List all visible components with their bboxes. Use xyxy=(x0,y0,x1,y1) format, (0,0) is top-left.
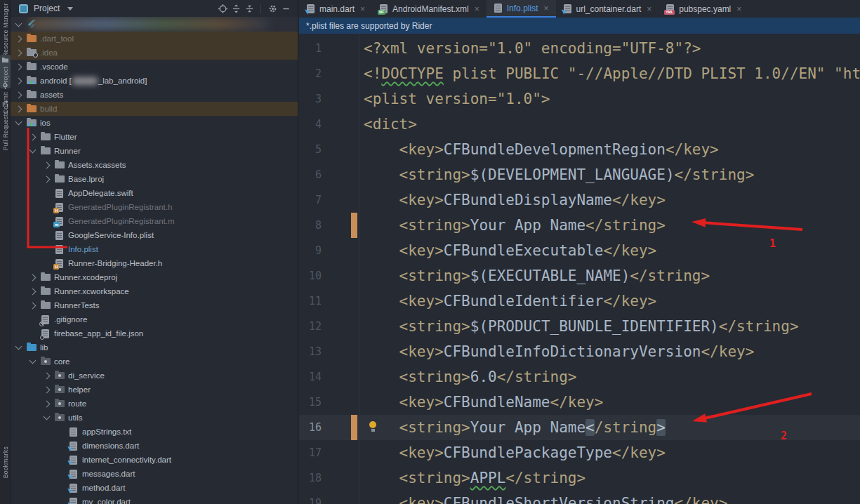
tree-row[interactable]: Runner.xcworkspace xyxy=(11,284,298,298)
tree-row[interactable]: android [_lab_android] xyxy=(11,74,298,88)
line-number[interactable]: 6 xyxy=(299,162,322,187)
line-number[interactable]: 13 xyxy=(299,339,322,364)
chevron-collapsed-icon[interactable] xyxy=(15,63,22,70)
tree-row[interactable]: internet_connectivity.dart xyxy=(11,453,298,467)
tree-row[interactable]: AppDelegate.swift xyxy=(11,186,298,200)
code-line[interactable]: 19 <key>CFBundleShortVersionString</key> xyxy=(299,491,860,504)
line-number[interactable]: 18 xyxy=(299,465,322,491)
chevron-expanded-icon[interactable] xyxy=(15,343,22,350)
tree-row[interactable]: HRunner-Bridging-Header.h xyxy=(11,256,298,270)
code-line[interactable]: 12 <string>$(PRODUCT_BUNDLE_IDENTIFIER)<… xyxy=(299,314,860,339)
code-line[interactable]: 3<plist version="1.0"> xyxy=(299,86,860,112)
close-tab-icon[interactable]: × xyxy=(360,4,365,14)
line-number[interactable]: 11 xyxy=(299,289,322,314)
tab-androidmanifest-xml[interactable]: MFAndroidManifest.xml× xyxy=(372,0,487,18)
tree-row[interactable]: route xyxy=(11,397,298,411)
tree-row[interactable]: Info.plist xyxy=(11,242,298,256)
code-line[interactable]: 8 <string>Your App Name</string> xyxy=(299,213,860,238)
chevron-collapsed-icon[interactable] xyxy=(15,77,22,84)
line-number[interactable]: 14 xyxy=(299,364,322,390)
tree-row[interactable]: .idea xyxy=(11,46,298,60)
chevron-expanded-icon[interactable] xyxy=(29,147,37,154)
tree-row[interactable]: assets xyxy=(11,88,298,102)
tree-row[interactable]: mGeneratedPluginRegistrant.m xyxy=(11,214,298,228)
chevron-expanded-icon[interactable] xyxy=(15,20,22,27)
chevron-collapsed-icon[interactable] xyxy=(44,175,51,183)
tree-row[interactable]: my_color.dart xyxy=(11,495,298,504)
code-editor[interactable]: 1<?xml version="1.0" encoding="UTF-8"?>2… xyxy=(299,34,860,504)
code-line[interactable]: 18 <string>APPL</string> xyxy=(299,465,860,491)
chevron-expanded-icon[interactable] xyxy=(29,357,37,364)
tree-row[interactable]: messages.dart xyxy=(11,467,298,481)
chevron-expanded-icon[interactable] xyxy=(44,413,51,420)
line-number[interactable]: 7 xyxy=(299,187,322,213)
tree-row[interactable]: lib xyxy=(11,340,298,354)
code-line[interactable]: 6 <string>$(DEVELOPMENT_LANGUAGE)</strin… xyxy=(299,162,860,187)
tab-url-container-dart[interactable]: url_container.dart× xyxy=(556,0,659,18)
tree-root-row[interactable] xyxy=(11,17,298,32)
close-tab-icon[interactable]: × xyxy=(647,4,651,14)
code-line[interactable]: 4<dict> xyxy=(299,112,860,137)
tree-row[interactable]: helper xyxy=(11,383,298,397)
tree-row[interactable]: appStrings.txt xyxy=(11,425,298,439)
chevron-expanded-icon[interactable] xyxy=(15,119,22,126)
chevron-collapsed-icon[interactable] xyxy=(15,91,22,98)
tab-main-dart[interactable]: main.dart× xyxy=(299,0,372,18)
tab-info-plist[interactable]: Info.plist× xyxy=(487,0,556,18)
code-line[interactable]: 15 <key>CFBundleName</key> xyxy=(299,390,860,415)
chevron-collapsed-icon[interactable] xyxy=(15,49,22,56)
line-number[interactable]: 9 xyxy=(299,238,322,263)
expand-all-icon[interactable] xyxy=(231,4,241,13)
chevron-collapsed-icon[interactable] xyxy=(29,302,37,309)
line-number[interactable]: 3 xyxy=(299,86,322,112)
code-line[interactable]: 2<!DOCTYPE plist PUBLIC "-//Apple//DTD P… xyxy=(299,61,860,86)
tree-row[interactable]: GoogleService-Info.plist xyxy=(11,228,298,242)
tree-row[interactable]: utils xyxy=(11,411,298,425)
code-line[interactable]: 7 <key>CFBundleDisplayName</key> xyxy=(299,187,860,213)
chevron-collapsed-icon[interactable] xyxy=(29,133,37,140)
tree-row[interactable]: Assets.xcassets xyxy=(11,158,298,172)
chevron-collapsed-icon[interactable] xyxy=(44,372,51,379)
tree-row[interactable]: Runner.xcodeproj xyxy=(11,270,298,284)
chevron-collapsed-icon[interactable] xyxy=(44,386,51,393)
sidebar-item-pull-requests[interactable]: Pull Requests xyxy=(0,99,11,152)
tree-row[interactable]: .vscode xyxy=(11,60,298,74)
tab-pubspec-yaml[interactable]: YMLpubspec.yaml× xyxy=(659,0,748,18)
code-line[interactable]: 10 <string>$(EXECUTABLE_NAME)</string> xyxy=(299,263,860,289)
tree-row[interactable]: RunnerTests xyxy=(11,298,298,312)
locate-icon[interactable] xyxy=(218,4,227,13)
code-line[interactable]: 16 <string>Your App Name</string> xyxy=(299,415,860,440)
line-number[interactable]: 17 xyxy=(299,440,322,465)
tree-row[interactable]: core xyxy=(11,354,298,369)
line-number[interactable]: 4 xyxy=(299,112,322,137)
close-tab-icon[interactable]: × xyxy=(543,4,548,13)
code-line[interactable]: 9 <key>CFBundleExecutable</key> xyxy=(299,238,860,263)
close-tab-icon[interactable]: × xyxy=(475,4,479,14)
chevron-collapsed-icon[interactable] xyxy=(44,400,51,407)
collapse-all-icon[interactable] xyxy=(244,4,254,13)
tree-row[interactable]: firebase_app_id_file.json xyxy=(11,326,298,340)
tree-row[interactable]: di_service xyxy=(11,369,298,383)
code-line[interactable]: 11 <key>CFBundleIdentifier</key> xyxy=(299,289,860,314)
code-line[interactable]: 17 <key>CFBundlePackageType</key> xyxy=(299,440,860,465)
tree-row[interactable]: build xyxy=(11,102,298,116)
code-line[interactable]: 13 <key>CFBundleInfoDictionaryVersion</k… xyxy=(299,339,860,364)
close-tab-icon[interactable]: × xyxy=(736,4,741,14)
tree-row[interactable]: Base.lproj xyxy=(11,172,298,186)
sidebar-item-bookmarks[interactable]: Bookmarks xyxy=(0,445,11,479)
chevron-collapsed-icon[interactable] xyxy=(29,274,37,281)
chevron-collapsed-icon[interactable] xyxy=(29,288,37,295)
chevron-down-icon[interactable] xyxy=(67,7,73,11)
chevron-collapsed-icon[interactable] xyxy=(44,161,51,168)
tree-row[interactable]: .gitignore xyxy=(11,312,298,326)
tree-row[interactable]: Flutter xyxy=(11,130,298,144)
line-number[interactable]: 12 xyxy=(299,314,322,339)
line-number[interactable]: 2 xyxy=(299,61,322,86)
code-line[interactable]: 1<?xml version="1.0" encoding="UTF-8"?> xyxy=(299,36,860,61)
tree-row[interactable]: .dart_tool xyxy=(11,32,298,46)
tree-row[interactable]: method.dart xyxy=(11,481,298,495)
tree-row[interactable]: Runner xyxy=(11,144,298,158)
tree-row[interactable]: HGeneratedPluginRegistrant.h xyxy=(11,200,298,214)
line-number[interactable]: 15 xyxy=(299,390,322,415)
line-number[interactable]: 5 xyxy=(299,137,322,162)
